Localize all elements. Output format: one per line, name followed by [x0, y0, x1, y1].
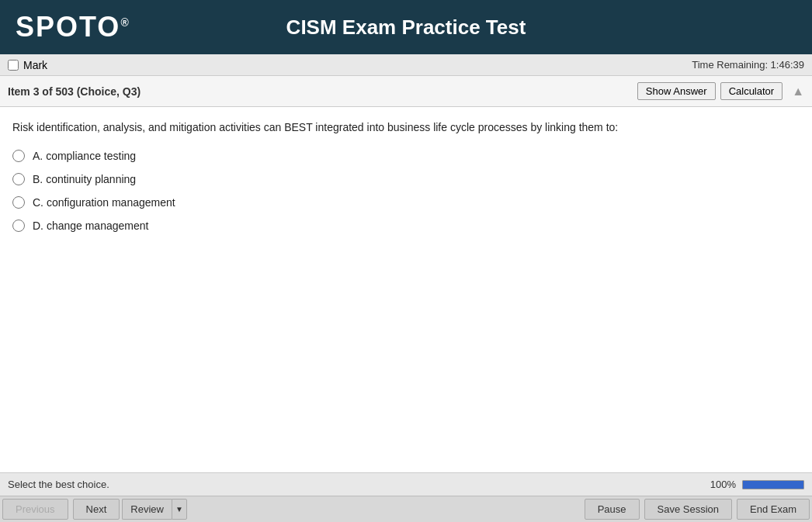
scroll-indicator: ▲ [792, 85, 804, 99]
review-dropdown-button[interactable]: ▼ [172, 499, 187, 520]
pause-button[interactable]: Pause [585, 499, 640, 520]
nav-left: Previous Next Review ▼ [0, 496, 187, 522]
option-text-b: continuity planning [46, 173, 136, 185]
option-text-a: compliance testing [46, 150, 136, 162]
mark-checkbox[interactable] [8, 60, 19, 71]
calculator-button[interactable]: Calculator [720, 82, 783, 100]
status-bar: Select the best choice. 100% [0, 472, 812, 496]
label-b[interactable]: B. continuity planning [33, 173, 136, 185]
question-text: Risk identification, analysis, and mitig… [12, 119, 800, 136]
logo-text: SPOTO [16, 11, 120, 43]
label-c[interactable]: C. configuration management [33, 196, 175, 209]
label-a[interactable]: A. compliance testing [33, 150, 136, 162]
option-text-c: configuration management [47, 196, 175, 209]
progress-bar-outer [742, 480, 804, 489]
option-letter-a: A. [33, 150, 43, 162]
save-session-button[interactable]: Save Session [644, 499, 733, 520]
answer-option-c[interactable]: C. configuration management [12, 196, 800, 209]
progress-percent: 100% [710, 479, 736, 490]
mark-left: Mark [8, 59, 47, 71]
item-info: Item 3 of 503 (Choice, Q3) [8, 85, 141, 98]
question-area: Risk identification, analysis, and mitig… [0, 107, 812, 472]
radio-d[interactable] [12, 220, 25, 232]
logo: SPOTO® [16, 11, 130, 43]
answer-option-b[interactable]: B. continuity planning [12, 173, 800, 185]
next-button[interactable]: Next [73, 499, 120, 520]
radio-a[interactable] [12, 150, 25, 162]
progress-area: 100% [710, 479, 804, 490]
answer-option-d[interactable]: D. change management [12, 220, 800, 232]
label-d[interactable]: D. change management [33, 220, 148, 232]
item-bar: Item 3 of 503 (Choice, Q3) Show Answer C… [0, 76, 812, 107]
progress-bar-inner [743, 481, 803, 489]
previous-button[interactable]: Previous [2, 499, 68, 520]
mark-label: Mark [23, 59, 47, 71]
app-title: CISM Exam Practice Test [286, 16, 526, 40]
nav-right: Pause Save Session End Exam [582, 496, 812, 522]
show-answer-button[interactable]: Show Answer [637, 82, 716, 100]
option-text-d: change management [47, 220, 149, 232]
radio-c[interactable] [12, 196, 25, 209]
status-text: Select the best choice. [8, 479, 109, 490]
option-letter-b: B. [33, 173, 43, 185]
logo-sup: ® [120, 16, 130, 29]
review-button-container: Review ▼ [122, 499, 187, 520]
review-button[interactable]: Review [122, 499, 172, 520]
mark-bar: Mark Time Remaining: 1:46:39 [0, 54, 812, 76]
answer-option-a[interactable]: A. compliance testing [12, 150, 800, 162]
item-buttons: Show Answer Calculator ▲ [637, 82, 804, 100]
footer-nav: Previous Next Review ▼ Pause Save Sessio… [0, 496, 812, 522]
radio-b[interactable] [12, 173, 25, 185]
option-letter-c: C. [33, 196, 43, 209]
end-exam-button[interactable]: End Exam [737, 499, 810, 520]
time-remaining: Time Remaining: 1:46:39 [692, 59, 804, 71]
option-letter-d: D. [33, 220, 43, 232]
header: SPOTO® CISM Exam Practice Test [0, 0, 812, 54]
